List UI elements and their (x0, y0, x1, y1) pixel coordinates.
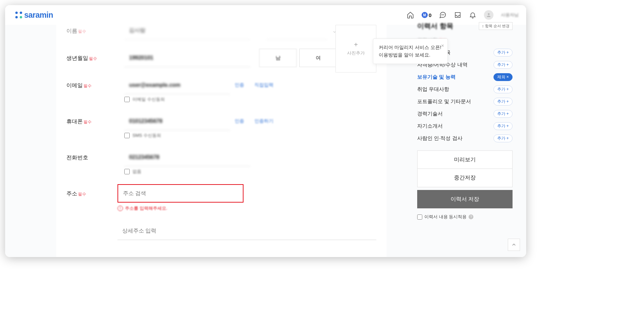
apply-all-check[interactable]: 이력서 내용 동시적용 ? (417, 214, 513, 220)
tooltip-line1: 커리어 마일리지 서비스 오픈! (379, 44, 442, 51)
tel-none-checkbox[interactable] (124, 169, 130, 174)
email-domain-hint[interactable]: 직접입력 (252, 82, 273, 88)
content-area: 이름필수 ⌄ 생년월일필수 (5, 25, 526, 257)
birth-input[interactable] (124, 49, 250, 67)
sidebar-item-apt[interactable]: 사람인 인·적성 검사 추가 + (417, 132, 513, 144)
logo[interactable]: saramin (15, 11, 53, 20)
phone-verify-hint[interactable]: 인증하기 (252, 118, 273, 124)
app-window: saramin M 0 사용자님 (5, 5, 526, 257)
name-label: 이름필수 (66, 21, 124, 35)
add-pill[interactable]: 추가 + (493, 85, 513, 93)
sidebar-item-cover[interactable]: 자기소개서 추가 + (417, 120, 513, 132)
sidebar-title: 이력서 항목 (417, 21, 453, 31)
inbox-icon[interactable] (454, 11, 461, 19)
svg-point-1 (443, 15, 443, 15)
sms-subscribe-checkbox[interactable] (124, 133, 130, 138)
sms-subscribe-check[interactable]: SMS 수신동의 (124, 132, 376, 139)
addr-label: 주소필수 (66, 184, 117, 197)
tooltip-line2: 이용방법을 알아 보세요. (379, 51, 442, 59)
save-resume-button[interactable]: 이력서 저장 (417, 190, 513, 208)
email-input[interactable] (124, 76, 230, 94)
add-pill[interactable]: 추가 + (493, 61, 513, 69)
svg-point-3 (488, 13, 489, 15)
add-pill[interactable]: 추가 + (493, 98, 513, 106)
email-subscribe-check[interactable]: 이메일 수신동의 (124, 96, 376, 102)
add-pill[interactable]: 추가 + (493, 110, 513, 118)
tel-input[interactable] (124, 148, 250, 166)
preview-button[interactable]: 미리보기 (417, 150, 513, 169)
remove-pill[interactable]: 제외 × (493, 73, 513, 81)
gender-male-button[interactable]: 남 (259, 49, 297, 67)
warning-icon: ! (117, 206, 123, 211)
help-icon[interactable]: ? (469, 214, 473, 219)
tooltip-close-icon[interactable]: × (441, 42, 444, 50)
name-extra-input[interactable] (266, 21, 327, 40)
tel-label: 전화번호 (66, 148, 124, 161)
addr-error-msg: ! 주소를 입력해주세요. (117, 205, 376, 211)
phone-action-text[interactable]: 인증 (233, 118, 250, 124)
chat-icon[interactable] (439, 11, 446, 19)
save-draft-button[interactable]: 중간저장 (417, 169, 513, 187)
email-action-text[interactable]: 인증 (233, 82, 250, 88)
logo-icon (15, 12, 22, 18)
sidebar-item-desc[interactable]: 경력기술서 추가 + (417, 108, 513, 120)
logo-text: saramin (24, 11, 53, 20)
scroll-top-button[interactable] (508, 239, 520, 251)
email-subscribe-checkbox[interactable] (124, 97, 130, 102)
mileage-count: 0 (429, 12, 431, 18)
home-icon[interactable] (407, 11, 414, 19)
apply-all-checkbox[interactable] (417, 214, 422, 220)
sidebar-item-pref[interactable]: 취업 우대사항 추가 + (417, 83, 513, 95)
name-input[interactable] (124, 21, 250, 40)
plus-icon: + (354, 41, 358, 48)
addr-detail-input[interactable] (117, 222, 376, 240)
tel-none-check[interactable]: 없음 (124, 169, 376, 175)
reorder-button[interactable]: ↕ 항목 순서 변경 (479, 22, 513, 30)
mileage-tooltip: × 커리어 마일리지 서비스 오픈! 이용방법을 알아 보세요. (373, 38, 448, 64)
add-pill[interactable]: 추가 + (493, 122, 513, 130)
add-pill[interactable]: 추가 + (493, 49, 513, 57)
bell-icon[interactable] (469, 11, 476, 19)
avatar[interactable] (484, 10, 493, 20)
phone-label: 휴대폰필수 (66, 112, 124, 125)
email-label: 이메일필수 (66, 76, 124, 89)
mileage-badge: M (422, 12, 428, 18)
svg-point-0 (441, 15, 442, 15)
header-icons: M 0 사용자님 (407, 10, 519, 20)
sidebar-item-skill[interactable]: 보유기술 및 능력 제외 × (417, 71, 513, 83)
birth-label: 생년월일필수 (66, 49, 124, 62)
user-name: 사용자님 (501, 12, 519, 18)
svg-point-2 (444, 15, 444, 15)
photo-upload-label: 사진추가 (347, 50, 365, 56)
photo-upload-box[interactable]: + 사진추가 (335, 25, 376, 73)
add-pill[interactable]: 추가 + (493, 134, 513, 142)
phone-input[interactable] (124, 112, 230, 130)
mileage-indicator[interactable]: M 0 (422, 11, 431, 19)
gender-female-button[interactable]: 여 (299, 49, 337, 67)
addr-input[interactable] (117, 184, 244, 203)
sidebar-item-port[interactable]: 포트폴리오 및 기타문서 추가 + (417, 95, 513, 108)
